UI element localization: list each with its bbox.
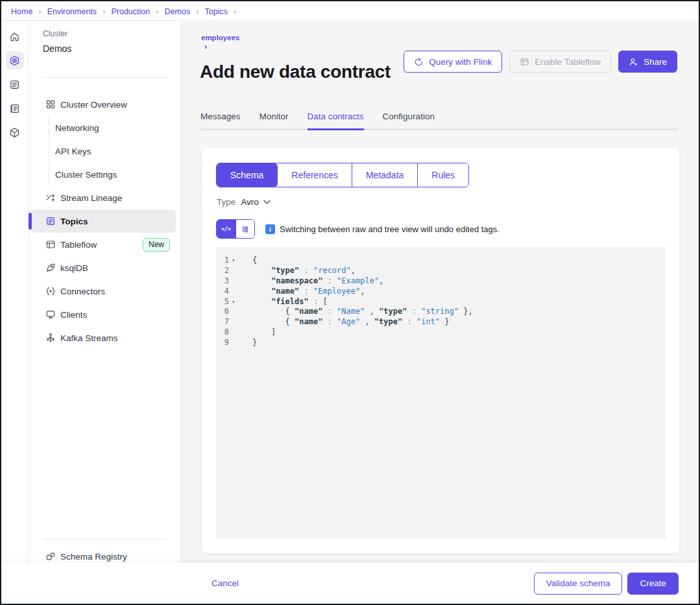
section-tab-references[interactable]: References [278,163,352,187]
footer-bar: Cancel Validate schema Create [1,563,699,604]
code-line[interactable]: 9} [216,338,666,348]
breadcrumb-link-home[interactable]: Home [11,7,32,16]
code-line[interactable]: 4 "name" : "Employee", [216,287,666,297]
code-line[interactable]: 8 ] [216,327,666,338]
grid-icon [45,99,56,110]
code-line[interactable]: 3 "namespace" : "Example", [216,276,666,287]
code-text: { "name" : "Age" , "type" : "int" } [252,317,450,327]
sidebar-item-connectors[interactable]: Connectors [31,279,176,303]
code-text: "name" : "Employee", [252,287,365,297]
cancel-button[interactable]: Cancel [211,578,239,588]
tab-bar: MessagesMonitorData contractsConfigurati… [200,112,678,130]
sidebar-item-clients[interactable]: Clients [31,303,176,326]
code-line[interactable]: 2 "type" : "record", [216,266,666,276]
create-button[interactable]: Create [627,573,679,595]
notes-icon [9,79,20,90]
tab-monitor[interactable]: Monitor [259,112,289,130]
code-text: ] [252,327,276,338]
chevron-down-icon [263,200,271,204]
fold-spacer [229,317,238,327]
raw-view-button[interactable]: </> [217,220,235,238]
topic-breadcrumb-link[interactable]: employees [201,34,239,42]
sidebar-item-kafka-streams[interactable]: Kafka Streams [31,326,176,350]
view-switch-note: i Switching between raw and tree view wi… [265,224,500,234]
sidebar-item-label: Networking [55,123,99,133]
chevron-right-icon: › [38,6,41,16]
code-line[interactable]: 5▾ "fields" : [ [216,297,666,307]
sidebar-item-api-keys[interactable]: API Keys [31,139,176,163]
breadcrumb-link-production[interactable]: Production [111,7,150,16]
type-dropdown[interactable]: Type Avro [217,197,271,207]
schema-code-editor[interactable]: 1▾{2 "type" : "record",3 "namespace" : "… [216,247,666,539]
section-tab-schema[interactable]: Schema [217,163,278,187]
rail-item-cluster[interactable] [6,51,24,69]
sidebar-item-topics[interactable]: Topics [31,209,176,233]
line-number: 1 [224,255,229,266]
line-number: 2 [224,266,229,276]
rail-item-home[interactable] [6,27,24,45]
sidebar-item-cluster-settings[interactable]: Cluster Settings [31,163,176,186]
chevron-right-icon: › [204,42,207,51]
code-line[interactable]: 7 { "name" : "Age" , "type" : "int" } [216,317,666,327]
breadcrumb-bar: Home›Environments›Production›Demos›Topic… [1,1,699,21]
fold-spacer [229,276,238,287]
streams-icon [45,333,56,343]
enable-tableflow-button[interactable]: Enable Tableflow [509,51,611,73]
rail-item-package[interactable] [6,123,24,141]
sidebar-item-label: Kafka Streams [60,333,118,343]
contract-section-switcher: SchemaReferencesMetadataRules [216,163,469,187]
tab-data-contracts[interactable]: Data contracts [308,112,364,130]
home-icon [9,31,20,42]
icon-rail [1,21,29,604]
new-badge: New [143,238,170,252]
sidebar-item-tableflow[interactable]: TableflowNew [31,233,176,256]
type-value: Avro [241,197,259,207]
code-icon: </> [221,226,231,232]
rail-item-notes[interactable] [6,75,24,93]
registry-icon [45,551,56,562]
section-tab-rules[interactable]: Rules [418,163,468,187]
fold-arrow-icon[interactable]: ▾ [229,297,238,307]
data-contract-card: SchemaReferencesMetadataRules Type Avro … [201,147,680,554]
package-icon [9,127,20,138]
chevron-right-icon: › [234,6,236,16]
sidebar-item-cluster-overview[interactable]: Cluster Overview [31,93,176,116]
lineage-icon [45,193,56,203]
breadcrumb: Home›Environments›Production›Demos›Topic… [11,5,242,17]
sidebar-item-label: Connectors [60,287,105,296]
code-text: { [252,255,257,266]
tab-messages[interactable]: Messages [200,112,241,130]
rocket-icon [45,263,56,273]
line-number: 3 [224,276,229,287]
rail-item-notebook[interactable] [6,99,24,117]
tree-view-button[interactable] [235,220,254,238]
sidebar-item-stream-lineage[interactable]: Stream Lineage [31,186,176,209]
breadcrumb-link-topics[interactable]: Topics [205,7,228,16]
code-line[interactable]: 1▾{ [216,255,666,266]
line-number: 8 [224,327,229,338]
sidebar-item-label: ksqlDB [60,263,88,273]
section-tab-metadata[interactable]: Metadata [352,163,418,187]
code-text: "type" : "record", [252,266,356,276]
cluster-label: Cluster [43,29,67,38]
connector-icon [45,286,56,296]
tab-configuration[interactable]: Configuration [383,112,435,130]
sidebar-item-label: API Keys [55,147,91,156]
query-with-flink-button[interactable]: Query with Flink [404,51,502,73]
fold-spacer [229,338,238,348]
breadcrumb-link-demos[interactable]: Demos [165,7,191,16]
code-text: "fields" : [ [252,297,328,307]
flink-icon [414,57,424,67]
breadcrumb-link-environments[interactable]: Environments [47,7,97,16]
fold-arrow-icon[interactable]: ▾ [229,255,238,266]
sidebar-item-networking[interactable]: Networking [31,116,176,139]
cluster-name: Demos [43,43,71,54]
code-line[interactable]: 6 { "name" : "Name" , "type" : "string" … [216,307,666,317]
note-text: Switching between raw and tree view will… [280,224,500,234]
share-icon [629,57,638,67]
sidebar-item-ksqldb[interactable]: ksqlDB [31,256,176,279]
cluster-icon [9,55,20,66]
share-button[interactable]: Share [618,51,677,73]
view-toggle: </> [216,219,255,239]
validate-schema-button[interactable]: Validate schema [534,573,623,595]
